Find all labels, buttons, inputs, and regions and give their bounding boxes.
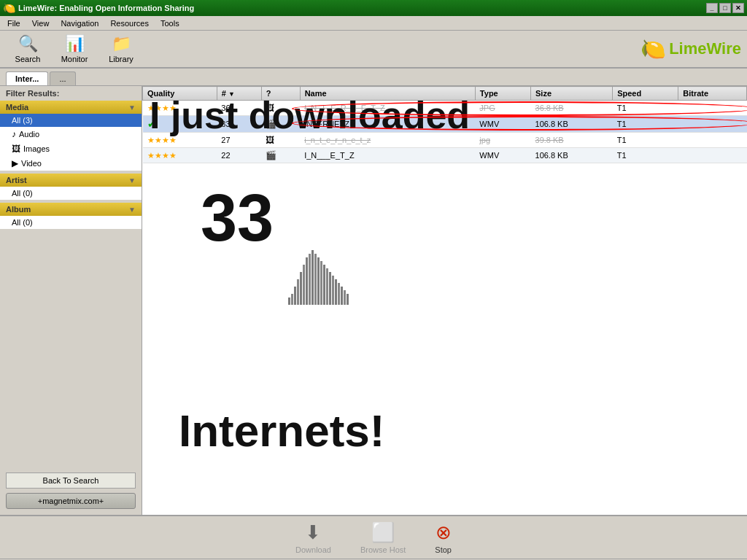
- browse-host-button[interactable]: ⬜ Browse Host: [360, 521, 406, 554]
- content-area: Quality # ▼ ? Name Type Size Speed Bitra…: [142, 86, 747, 515]
- menu-navigation[interactable]: Navigation: [55, 18, 104, 29]
- col-quality[interactable]: Quality: [143, 87, 217, 101]
- monitor-toolbar-label: Monitor: [61, 55, 88, 63]
- artist-list: All (0): [0, 187, 142, 200]
- icon-cell: 🎬: [261, 148, 300, 163]
- tab-other[interactable]: ...: [50, 71, 75, 85]
- size-cell: 106.8 KB: [531, 116, 613, 133]
- limewire-logo: 🍋 LimeWire: [640, 37, 741, 61]
- album-header: Album ▼: [0, 203, 142, 216]
- col-bitrate[interactable]: Bitrate: [678, 87, 747, 101]
- album-list: All (0): [0, 216, 142, 229]
- download-button[interactable]: ⬇ Download: [295, 521, 331, 554]
- stop-icon: ⊗: [436, 521, 452, 544]
- close-button[interactable]: ✕: [732, 3, 744, 13]
- name-cell: i_n_t_e_r_n_e_t_z: [300, 133, 475, 148]
- monitor-toolbar-btn[interactable]: 📊 Monitor: [53, 31, 96, 67]
- back-to-search-button[interactable]: Back To Search: [6, 472, 136, 489]
- speed-cell: T1: [613, 116, 678, 133]
- sidebar-item-video[interactable]: ▶ Video: [0, 156, 142, 171]
- col-flag[interactable]: ?: [261, 87, 300, 101]
- maximize-button[interactable]: □: [719, 3, 731, 13]
- images-icon: 🖼: [12, 144, 20, 154]
- sidebar-item-all-artists[interactable]: All (0): [0, 187, 142, 200]
- name-cell: I_N___E_T_Z: [300, 148, 475, 163]
- media-header: Media ▼: [0, 101, 142, 114]
- media-section: Media ▼ All (3) ♪ Audio 🖼 Images ▶ Video: [0, 101, 142, 171]
- stop-button[interactable]: ⊗ Stop: [435, 521, 452, 554]
- menu-tools[interactable]: Tools: [155, 18, 185, 29]
- svg-rect-16: [332, 276, 334, 305]
- meme-number-text: 33: [201, 181, 274, 256]
- col-num[interactable]: # ▼: [217, 87, 261, 101]
- col-size[interactable]: Size: [531, 87, 613, 101]
- menu-resources[interactable]: Resources: [104, 18, 155, 29]
- search-toolbar-btn[interactable]: 🔍 Search: [6, 31, 50, 67]
- col-name[interactable]: Name: [300, 87, 475, 101]
- size-cell: 106.8 KB: [531, 148, 613, 163]
- icon-cell: 🖼: [261, 101, 300, 116]
- tab-intern[interactable]: Inter...: [6, 71, 48, 85]
- library-toolbar-btn[interactable]: 📁 Library: [99, 31, 143, 67]
- sidebar-item-images[interactable]: 🖼 Images: [0, 141, 142, 156]
- num-cell: 33: [217, 116, 261, 133]
- table-row[interactable]: ★★★★ 27 🖼 i_n_t_e_r_n_e_t_z jpg 39.8 KB …: [143, 133, 747, 148]
- svg-rect-12: [320, 261, 322, 305]
- sidebar-item-all-media[interactable]: All (3): [0, 114, 142, 127]
- speed-cell: T1: [613, 101, 678, 116]
- svg-rect-3: [294, 287, 296, 305]
- quality-cell: ★★★★: [143, 148, 217, 163]
- name-cell: I_N_T_E_R_N_E_T_Z: [300, 101, 475, 116]
- type-cell: JPG: [475, 101, 530, 116]
- menu-view[interactable]: View: [26, 18, 55, 29]
- media-filter-icon[interactable]: ▼: [128, 104, 136, 112]
- svg-rect-11: [317, 257, 320, 305]
- icon-cell: 🎬: [261, 116, 300, 133]
- sidebar-item-all-albums[interactable]: All (0): [0, 216, 142, 229]
- sidebar: Filter Results: Media ▼ All (3) ♪ Audio …: [0, 86, 142, 515]
- main-layout: Filter Results: Media ▼ All (3) ♪ Audio …: [0, 86, 747, 515]
- search-toolbar-label: Search: [15, 55, 41, 63]
- titlebar: 🍋 LimeWire: Enabling Open Information Sh…: [0, 0, 747, 16]
- window-title: LimeWire: Enabling Open Information Shar…: [18, 4, 706, 12]
- menubar: File View Navigation Resources Tools: [0, 16, 747, 31]
- results-table-wrapper[interactable]: Quality # ▼ ? Name Type Size Speed Bitra…: [142, 86, 747, 515]
- magnet-mix-button[interactable]: +magnetmix.com+: [6, 493, 136, 509]
- artist-section: Artist ▼ All (0): [0, 174, 142, 200]
- bitrate-cell: [678, 133, 747, 148]
- table-row[interactable]: ★★★★ 36 🖼 I_N_T_E_R_N_E_T_Z JPG 36.8 KB …: [143, 101, 747, 116]
- sidebar-bottom: Back To Search +magnetmix.com+: [0, 467, 142, 515]
- table-row[interactable]: ✔ 33 🎬 INTERNETZ WMV 106.8 KB T1: [143, 116, 747, 133]
- sidebar-item-audio[interactable]: ♪ Audio: [0, 127, 142, 141]
- action-bar: ⬇ Download ⬜ Browse Host ⊗ Stop: [0, 515, 747, 559]
- video-icon: ▶: [12, 158, 18, 168]
- minimize-button[interactable]: _: [706, 3, 718, 13]
- audio-icon: ♪: [12, 129, 16, 139]
- menu-file[interactable]: File: [1, 18, 26, 29]
- svg-rect-8: [309, 254, 311, 305]
- svg-rect-15: [329, 272, 331, 305]
- num-cell: 36: [217, 101, 261, 116]
- monitor-icon: 📊: [65, 34, 85, 53]
- type-cell: jpg: [475, 133, 530, 148]
- library-icon: 📁: [112, 34, 131, 53]
- type-cell: WMV: [475, 116, 530, 133]
- table-row[interactable]: ★★★★ 22 🎬 I_N___E_T_Z WMV 106.8 KB T1: [143, 148, 747, 163]
- download-label: Download: [295, 545, 331, 554]
- icon-cell: 🖼: [261, 133, 300, 148]
- bitrate-cell: [678, 101, 747, 116]
- filter-results-label: Filter Results:: [0, 86, 142, 101]
- svg-rect-17: [335, 279, 337, 305]
- tab-bar: Inter... ...: [0, 69, 747, 86]
- name-cell: INTERNETZ: [300, 116, 475, 133]
- col-speed[interactable]: Speed: [613, 87, 678, 101]
- col-type[interactable]: Type: [475, 87, 530, 101]
- media-list: All (3) ♪ Audio 🖼 Images ▶ Video: [0, 114, 142, 171]
- album-filter-icon[interactable]: ▼: [128, 206, 136, 214]
- table-body: ★★★★ 36 🖼 I_N_T_E_R_N_E_T_Z JPG 36.8 KB …: [143, 101, 747, 163]
- app-icon: 🍋: [3, 2, 15, 14]
- speed-cell: T1: [613, 148, 678, 163]
- artist-filter-icon[interactable]: ▼: [128, 176, 136, 184]
- svg-rect-9: [311, 250, 314, 305]
- svg-rect-6: [303, 265, 305, 305]
